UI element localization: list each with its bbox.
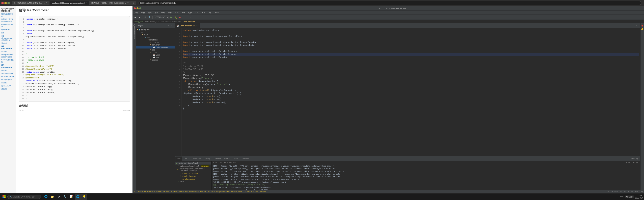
nav-item-15[interactable]: 编写DateConverter — [1, 75, 15, 78]
browser-max-btn[interactable] — [8, 2, 10, 4]
status-warning-msg[interactable]: ⚠ Download pre-built shared indexes: Pre… — [134, 191, 606, 193]
browser-tab-1-close[interactable]: ✕ — [46, 2, 48, 4]
browser-min-btn[interactable] — [4, 2, 7, 4]
browser-new-tab[interactable]: + — [131, 1, 136, 5]
toolbar-vcs-btn[interactable]: ↓ — [188, 15, 192, 19]
tab-spring[interactable]: Spring — [203, 157, 212, 161]
nav-item-11[interactable]: Restful风格传递获取 — [1, 58, 15, 64]
nav-item-7[interactable]: 通用问题 — [1, 42, 15, 45]
project-panel-btn[interactable]: Project — [133, 24, 136, 27]
run-tree-main[interactable]: ▾ ✓ spring_mvc [tomcat7:run]: 2 warnings — [176, 165, 211, 168]
menu-analyze[interactable]: 分析 — [167, 11, 173, 14]
editor-tab-usercontroller[interactable]: ☕ UserController.java ✕ — [175, 23, 200, 28]
menu-edit[interactable]: 编辑 — [140, 11, 146, 14]
bookmarks-panel-btn[interactable]: Bookmarks — [133, 33, 136, 36]
ide-min-btn[interactable] — [136, 7, 138, 9]
taskbar-app-idea[interactable]: 💡 — [81, 194, 87, 200]
breadcrumb-project[interactable]: spring_mvc — [134, 20, 143, 23]
nav-item-12[interactable]: 编写UserController — [1, 64, 15, 69]
tab-terminal[interactable]: Terminal — [212, 157, 222, 161]
event-log-status[interactable]: Event Log — [635, 191, 643, 193]
tab-services[interactable]: Services — [240, 157, 250, 161]
run-tree-compile-warn-detail[interactable]: compile warning — [176, 178, 211, 180]
editor-code[interactable]: package com.taotao.controller; import or… — [182, 28, 640, 156]
tree-converter[interactable]: ▾ converter — [136, 43, 174, 46]
nav-item-16[interactable]: 编写Spring-mvc — [1, 78, 15, 81]
browser-tab-1[interactable]: 高马程序员最全SSM框架教程（三）... ✕ — [12, 1, 50, 5]
tree-listener[interactable]: ▸ listener — [136, 59, 174, 61]
tab-profiler[interactable]: Profiler — [223, 157, 232, 161]
ide-max-btn[interactable] — [139, 7, 141, 9]
menu-navigate[interactable]: 导航 — [153, 11, 160, 14]
breadcrumb-file[interactable]: UserController — [183, 20, 195, 23]
stop-btn[interactable]: ■ — [178, 15, 182, 19]
tab-build[interactable]: Build — [232, 157, 240, 161]
taskbar-app-3[interactable]: ⚙ — [56, 194, 62, 200]
toolbar-settings-btn[interactable]: ⚙ — [144, 15, 147, 19]
bookmarks-right-btn[interactable]: 🔖 — [641, 24, 644, 27]
breadcrumb-main[interactable]: main — [150, 20, 154, 23]
tree-com-taotao[interactable]: ▾ com.taotao — [136, 38, 174, 41]
toolbar-back-btn[interactable]: ◀ — [133, 15, 137, 19]
toolbar-search-btn[interactable]: 🔍 — [148, 15, 152, 19]
menu-window[interactable]: 窗口 — [207, 11, 214, 14]
nav-item-5[interactable]: 问题 — [1, 31, 15, 34]
run-tree-run[interactable]: ✓ 2 run — [176, 180, 211, 183]
browser-tab-3-close[interactable]: ✕ — [127, 2, 129, 4]
tree-user[interactable]: ☕ User — [136, 54, 174, 56]
nav-item-8[interactable]: 编写UserController — [1, 45, 15, 50]
browser-close-btn[interactable] — [1, 2, 4, 4]
tree-vo[interactable]: ☕ VO — [136, 56, 174, 59]
breadcrumb-src[interactable]: src — [145, 20, 148, 23]
menu-help[interactable]: 帮助 — [214, 11, 220, 14]
run-tree-compile[interactable]: ⚠ compile: 1 warning — [176, 175, 211, 178]
nav-item-19[interactable]: 成功测试 — [1, 88, 15, 91]
menu-run[interactable]: 运行 — [187, 11, 193, 14]
taskbar-app-4[interactable]: 🔧 — [62, 194, 68, 200]
address-bar[interactable] — [138, 1, 641, 5]
tree-src[interactable]: ▾ src — [136, 31, 174, 33]
tab-todo[interactable]: TODO — [182, 157, 191, 161]
menu-code[interactable]: 代码 — [160, 11, 166, 14]
log-output[interactable]: spring_mvc [tomcat7:run]: 1 min, 15 sec … — [212, 161, 640, 190]
menu-tools[interactable]: 工具 — [194, 11, 200, 14]
taskbar-lang-badge[interactable]: Arr Dark — [625, 196, 634, 198]
nav-item-10[interactable]: @RequestParam注解的其他功能 — [1, 53, 15, 58]
breadcrumb-com[interactable]: com — [161, 20, 164, 23]
toolbar-git-btn[interactable]: ↑ — [184, 15, 188, 19]
tree-spring-mvc[interactable]: ▾ ◉ spring_mvc — [136, 28, 174, 31]
nav-item-14[interactable]: 测试返回问题判断 — [1, 72, 15, 75]
nav-item-3[interactable]: 配置全局视频过滤器 — [1, 23, 15, 28]
tree-dateconverter[interactable]: ☕ DateConverter — [136, 46, 174, 48]
tree-dao[interactable]: ▸ dao — [136, 48, 174, 51]
menu-vcs[interactable]: VCS — [200, 11, 207, 14]
nav-item-13[interactable]: 成功测试 — [1, 69, 15, 72]
nav-item-6[interactable]: 获取@RequestParam多个对应注解 — [1, 34, 15, 42]
taskbar-app-chrome[interactable]: 🌐 — [75, 194, 81, 200]
taskbar-search-bar[interactable]: 🔍 在这里输入你要搜索的内容 — [8, 195, 41, 199]
notifications-btn[interactable]: 🔔 — [641, 27, 644, 30]
nav-item-18[interactable]: 编写ServletAPI — [1, 85, 15, 88]
nav-item-2[interactable]: 设置请求空文字返回结果乱码问题 — [1, 18, 15, 23]
taskbar-app-1[interactable]: 🌐 — [43, 194, 49, 200]
menu-build[interactable]: 构建 — [180, 11, 186, 14]
nav-item-17[interactable]: 成功测试 — [1, 81, 15, 85]
event-log-link[interactable]: Event Log — [631, 158, 638, 160]
run-btn[interactable]: ▶ — [170, 15, 173, 19]
run-tree-snapshot[interactable]: ▾ com.example:spring_mvc:war:1.0-SNAPSHO… — [176, 168, 211, 172]
breadcrumb-taotao[interactable]: taotao — [166, 20, 172, 23]
tree-domain[interactable]: ▾ domain — [136, 51, 174, 54]
menu-view[interactable]: 视图 — [146, 11, 153, 14]
run-tree-resources[interactable]: ⚠ resources: 1 warning — [176, 172, 211, 175]
taskbar-app-2[interactable]: 📁 — [49, 194, 55, 200]
breadcrumb-controller[interactable]: controller — [174, 20, 181, 23]
browser-tab-2-close[interactable]: ✕ — [86, 2, 87, 4]
browser-tab-2[interactable]: localhost:8080/spring_mvc/user/quick19 ✕ — [50, 1, 89, 5]
browser-tab-3[interactable]: 测试微课 - 「力扣」 - 力扣（LeetCode）... ✕ — [90, 1, 131, 5]
tab-run[interactable]: Run — [176, 157, 182, 161]
nav-item-0[interactable]: SpringMVC的请求获取请求参数 — [1, 7, 15, 12]
ide-close-btn[interactable] — [134, 7, 136, 9]
panel-close-btn[interactable]: ✕ — [170, 24, 173, 27]
breadcrumb-java[interactable]: java — [156, 20, 159, 23]
nav-item-4[interactable]: 编写web.xml — [1, 28, 15, 31]
